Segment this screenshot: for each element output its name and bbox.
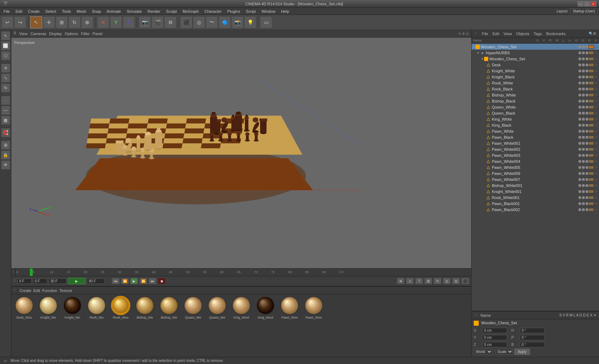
- obj-delete-btn[interactable]: ✕: [595, 69, 598, 73]
- obj-item-knight_white001[interactable]: Knight_White001✕: [472, 188, 599, 194]
- visibility-dot[interactable]: [578, 202, 581, 205]
- visibility-dot[interactable]: [582, 130, 585, 133]
- z-axis-button[interactable]: Z: [123, 16, 135, 28]
- tl-goto-end-btn[interactable]: ⏭: [149, 278, 156, 284]
- obj-delete-btn[interactable]: ✕: [595, 184, 598, 187]
- obj-item-pawn_black001[interactable]: Pawn_Black001✕: [472, 200, 599, 206]
- visibility-dot[interactable]: [582, 82, 585, 84]
- visibility-dot[interactable]: [578, 142, 581, 145]
- visibility-dot[interactable]: [586, 208, 588, 211]
- mat-texture-btn[interactable]: Texture: [59, 288, 72, 293]
- visibility-dot[interactable]: [582, 100, 585, 103]
- obj-item-pawn_white005[interactable]: Pawn_White005✕: [472, 164, 599, 170]
- visibility-dot[interactable]: [586, 76, 588, 78]
- mat-item-knight_wo2[interactable]: Knight_Wo: [61, 296, 84, 319]
- visibility-dot[interactable]: [578, 190, 581, 193]
- visibility-dot[interactable]: [586, 184, 588, 187]
- attr-h-input[interactable]: [520, 328, 545, 333]
- obj-item-wooden_chess_set_inner[interactable]: ▾Wooden_Chess_Set✕: [472, 56, 599, 62]
- visibility-dot[interactable]: [586, 118, 588, 121]
- tl-extra1-btn[interactable]: ⊕: [397, 278, 405, 284]
- obj-delete-btn[interactable]: ✕: [595, 45, 598, 49]
- apply-button[interactable]: Apply: [515, 349, 530, 355]
- lt-scale-btn[interactable]: ⤡: [1, 73, 10, 83]
- obj-item-queen_white[interactable]: Queen_White✕: [472, 104, 599, 110]
- render-region-button[interactable]: 📷: [139, 16, 151, 28]
- obj-delete-btn[interactable]: ✕: [595, 136, 598, 139]
- obj-delete-btn[interactable]: ✕: [595, 178, 598, 181]
- visibility-dot[interactable]: [582, 196, 585, 199]
- obj-delete-btn[interactable]: ✕: [595, 51, 598, 55]
- obj-item-hypernurbs[interactable]: ▾◈HyperNURBS✕: [472, 50, 599, 56]
- visibility-dot[interactable]: [582, 45, 585, 48]
- visibility-dot[interactable]: [582, 76, 585, 78]
- menu-snap[interactable]: Snap: [90, 9, 103, 14]
- visibility-dot[interactable]: [582, 190, 585, 193]
- visibility-dot[interactable]: [586, 106, 588, 109]
- obj-item-pawn_white006[interactable]: Pawn_White006✕: [472, 170, 599, 176]
- obj-delete-btn[interactable]: ✕: [595, 172, 598, 175]
- lt-magnet-btn[interactable]: 🧲: [1, 128, 10, 137]
- mat-item-queen_we2[interactable]: Queen_We: [206, 296, 229, 319]
- nurbs-button[interactable]: ◎: [193, 16, 205, 28]
- obj-item-king_black[interactable]: King_Black✕: [472, 122, 599, 128]
- mat-function-btn[interactable]: Function: [42, 288, 57, 293]
- obj-delete-btn[interactable]: ✕: [595, 142, 598, 145]
- obj-delete-btn[interactable]: ✕: [595, 202, 598, 205]
- visibility-dot[interactable]: [578, 130, 581, 133]
- coord-system-select[interactable]: World Object: [474, 349, 493, 355]
- visibility-dot[interactable]: [586, 196, 588, 199]
- attr-b-input[interactable]: [520, 342, 545, 347]
- obj-item-bishop_white[interactable]: Bishop_White✕: [472, 92, 599, 98]
- obj-delete-btn[interactable]: ✕: [595, 196, 598, 199]
- obj-delete-btn[interactable]: ✕: [595, 99, 598, 103]
- menu-plugins[interactable]: Plugins: [225, 9, 242, 14]
- tl-next-btn[interactable]: ⏩: [139, 278, 147, 284]
- obj-delete-btn[interactable]: ✕: [595, 166, 598, 169]
- obj-item-wooden_chess_set_root[interactable]: ▾Wooden_Chess_Set✕: [472, 44, 599, 50]
- frame-display[interactable]: [33, 278, 47, 284]
- visibility-dot[interactable]: [586, 45, 588, 48]
- right-file-btn[interactable]: File: [480, 32, 490, 36]
- obj-item-pawn_white002[interactable]: Pawn_White002✕: [472, 146, 599, 152]
- visibility-dot[interactable]: [586, 64, 588, 66]
- menu-help[interactable]: Help: [279, 9, 291, 14]
- visibility-dot[interactable]: [586, 136, 588, 139]
- obj-delete-btn[interactable]: ✕: [595, 93, 598, 97]
- visibility-dot[interactable]: [578, 136, 581, 139]
- tl-extra6-btn[interactable]: ◎: [443, 278, 451, 284]
- visibility-dot[interactable]: [586, 112, 588, 115]
- visibility-dot[interactable]: [582, 88, 585, 90]
- visibility-dot[interactable]: [578, 148, 581, 151]
- obj-item-desk[interactable]: Desk✕: [472, 62, 599, 68]
- visibility-dot[interactable]: [578, 166, 581, 169]
- select-tool-button[interactable]: ↖: [30, 16, 42, 28]
- obj-item-pawn_white007[interactable]: Pawn_White007✕: [472, 176, 599, 182]
- obj-delete-btn[interactable]: ✕: [595, 208, 598, 211]
- right-tags-btn[interactable]: Tags: [532, 32, 543, 36]
- current-frame-input[interactable]: [17, 278, 32, 284]
- visibility-dot[interactable]: [578, 51, 581, 54]
- menu-mesh[interactable]: Mesh: [75, 9, 88, 14]
- mat-item-pawn_woo2[interactable]: Pawn_Woo: [302, 296, 325, 319]
- deform-button[interactable]: 🔷: [219, 16, 231, 28]
- visibility-dot[interactable]: [586, 178, 588, 181]
- lt-rotate-btn[interactable]: ↻: [1, 83, 10, 93]
- tl-extra2-btn[interactable]: ⚠: [406, 278, 414, 284]
- floor-button[interactable]: ▭: [260, 16, 272, 28]
- visibility-dot[interactable]: [582, 57, 585, 60]
- scale-tool-button[interactable]: ⊞: [56, 16, 68, 28]
- menu-sculpt[interactable]: Sculpt: [164, 9, 179, 14]
- visibility-dot[interactable]: [578, 100, 581, 103]
- obj-item-king_white[interactable]: King_White✕: [472, 116, 599, 122]
- mat-item-knight_wo[interactable]: Knight_Wo: [37, 296, 60, 319]
- visibility-dot[interactable]: [582, 160, 585, 163]
- tl-extra7-btn[interactable]: ⊟: [452, 278, 460, 284]
- menu-mograph[interactable]: MoGraph: [180, 9, 201, 14]
- render-view-button[interactable]: 🎬: [152, 16, 164, 28]
- menu-edit[interactable]: Edit: [13, 9, 24, 14]
- mat-item-bishop_we[interactable]: Bishop_We: [133, 296, 156, 319]
- visibility-dot[interactable]: [578, 208, 581, 211]
- lt-polys-btn[interactable]: ▦: [1, 116, 10, 125]
- vp-cameras-btn[interactable]: Cameras: [31, 32, 46, 36]
